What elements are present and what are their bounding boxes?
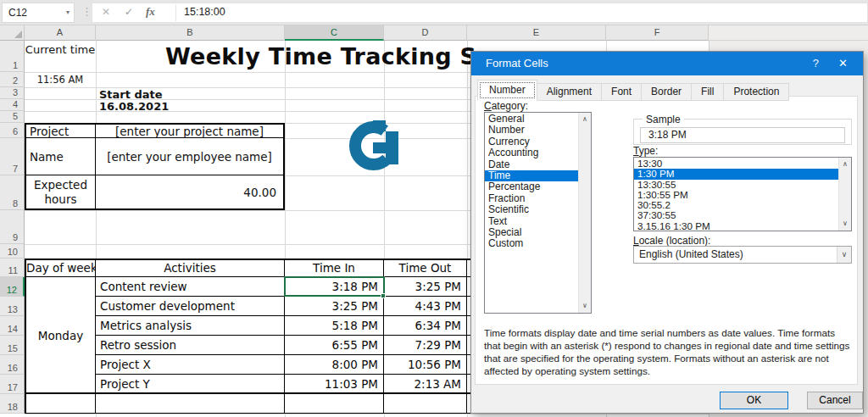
header-activities[interactable]: Activities [96, 260, 285, 277]
tab-border[interactable]: Border [641, 83, 692, 101]
tab-alignment[interactable]: Alignment [537, 83, 602, 101]
category-item-special[interactable]: Special [485, 227, 578, 238]
column-header-C[interactable]: C [285, 25, 384, 41]
combo-arrow-icon[interactable]: ∨ [837, 247, 851, 263]
scroll-up-icon[interactable]: ∧ [579, 114, 591, 125]
tab-fill[interactable]: Fill [691, 83, 724, 101]
row-header-2[interactable]: 2 [0, 72, 25, 87]
row-header-7[interactable]: 7 [0, 138, 25, 175]
scroll-up-icon[interactable]: ∧ [839, 158, 851, 170]
activity-cell[interactable]: Retro session [96, 336, 285, 355]
type-item[interactable]: 37:30:55 [634, 210, 838, 220]
info-label[interactable]: Expected hours [26, 175, 96, 208]
cell-current-time-value[interactable]: 11:56 AM [25, 74, 96, 86]
confirm-entry-icon[interactable]: ✓ [125, 6, 133, 18]
type-item[interactable]: 1:30 PM [634, 169, 838, 179]
formula-bar-value[interactable]: 15:18:00 [184, 6, 225, 18]
info-label[interactable]: Project [26, 125, 96, 137]
empty-row-cell[interactable] [285, 394, 384, 414]
row-header-17[interactable]: 17 [0, 375, 25, 394]
time-in-cell[interactable]: 8:00 PM [285, 355, 384, 375]
column-header-F[interactable]: F [606, 25, 709, 41]
tab-font[interactable]: Font [601, 83, 642, 101]
column-header-B[interactable]: B [96, 25, 285, 41]
activity-cell[interactable]: Customer development [96, 297, 285, 316]
scroll-down-icon[interactable]: ∨ [579, 300, 591, 312]
row-header-3[interactable]: 3 [0, 87, 25, 99]
category-item-accounting[interactable]: Accounting [485, 147, 578, 158]
time-out-cell[interactable]: 4:43 PM [384, 297, 467, 316]
select-all-button[interactable] [0, 25, 25, 40]
cancel-entry-icon[interactable]: ✕ [102, 6, 110, 18]
time-in-cell[interactable]: 11:03 PM [285, 375, 384, 394]
row-header-15[interactable]: 15 [0, 336, 25, 355]
scroll-down-icon[interactable]: ∨ [839, 218, 851, 230]
category-item-percentage[interactable]: Percentage [485, 181, 578, 192]
info-value[interactable]: 40.00 [96, 175, 283, 208]
row-header-13[interactable]: 13 [0, 297, 25, 316]
time-out-cell[interactable]: 2:13 AM [384, 375, 467, 394]
row-header-18[interactable]: 18 [0, 394, 25, 414]
help-icon[interactable]: ? [813, 52, 819, 75]
close-icon[interactable]: ✕ [838, 52, 848, 75]
column-header-A[interactable]: A [25, 25, 96, 41]
cell-start-date-value[interactable]: 16.08.2021 [99, 100, 169, 113]
column-header-D[interactable]: D [384, 25, 467, 41]
category-item-general[interactable]: General [485, 114, 578, 125]
category-scrollbar[interactable]: ∧ ∨ [578, 113, 591, 313]
activity-cell[interactable]: Content review [96, 277, 285, 297]
header-day-of-week[interactable]: Day of week [26, 260, 96, 277]
type-scrollbar[interactable]: ∧ ∨ [838, 158, 851, 231]
row-header-1[interactable]: 1 [0, 41, 25, 72]
category-item-number[interactable]: Number [485, 125, 578, 136]
info-label[interactable]: Name [26, 138, 96, 175]
category-item-custom[interactable]: Custom [485, 238, 578, 249]
activity-cell[interactable]: Metrics analysis [96, 316, 285, 336]
header-time-in[interactable]: Time In [285, 260, 384, 277]
time-in-cell[interactable]: 5:18 PM [285, 316, 384, 336]
row-header-6[interactable]: 6 [0, 123, 25, 138]
empty-row-cell[interactable] [96, 394, 285, 414]
cancel-button[interactable]: Cancel [807, 392, 863, 409]
time-out-cell[interactable]: 10:56 PM [384, 355, 467, 375]
cell-start-date-label[interactable]: Start date [99, 88, 163, 101]
empty-row-cell[interactable] [384, 394, 467, 414]
row-header-8[interactable]: 8 [0, 175, 25, 210]
column-header-E[interactable]: E [467, 25, 606, 41]
chevron-down-icon[interactable]: ▾ [66, 3, 70, 22]
category-item-scientific[interactable]: Scientific [485, 204, 578, 215]
row-header-4[interactable]: 4 [0, 99, 25, 111]
row-header-16[interactable]: 16 [0, 355, 25, 375]
locale-dropdown[interactable]: English (United States) ∨ [633, 246, 852, 264]
time-out-cell[interactable]: 3:25 PM [384, 277, 467, 297]
type-item[interactable]: 3.15.16 1:30 PM [634, 221, 838, 231]
type-listbox[interactable]: 13:301:30 PM13:30:551:30:55 PM30:55.237:… [633, 157, 852, 231]
row-header-10[interactable]: 10 [0, 244, 25, 259]
activity-cell[interactable]: Project X [96, 355, 285, 375]
category-item-fraction[interactable]: Fraction [485, 193, 578, 204]
tab-number[interactable]: Number [477, 80, 537, 101]
row-header-12[interactable]: 12 [0, 277, 25, 297]
time-out-cell[interactable]: 7:29 PM [384, 336, 467, 355]
activity-cell[interactable]: Project Y [96, 375, 285, 394]
time-in-cell[interactable]: 3:25 PM [285, 297, 384, 316]
info-value[interactable]: [enter your project name] [96, 125, 283, 137]
fill-handle[interactable] [381, 293, 386, 298]
category-item-currency[interactable]: Currency [485, 136, 578, 147]
cell-day-monday[interactable]: Monday [26, 277, 96, 394]
category-listbox[interactable]: GeneralNumberCurrencyAccountingDateTimeP… [484, 112, 592, 314]
time-out-cell[interactable]: 6:34 PM [384, 316, 467, 336]
category-item-time[interactable]: Time [485, 170, 578, 181]
sheet-title[interactable]: Weekly Time Tracking S [165, 43, 476, 70]
category-item-text[interactable]: Text [485, 216, 578, 227]
category-item-date[interactable]: Date [485, 159, 578, 170]
time-in-cell[interactable]: 6:55 PM [285, 336, 384, 355]
dialog-title[interactable]: Format Cells [471, 52, 863, 75]
insert-function-icon[interactable]: fx [146, 5, 155, 19]
empty-row-cell[interactable] [26, 394, 96, 414]
row-header-11[interactable]: 11 [0, 259, 25, 277]
row-header-14[interactable]: 14 [0, 316, 25, 336]
ok-button[interactable]: OK [720, 392, 788, 409]
tab-protection[interactable]: Protection [723, 83, 789, 101]
header-time-out[interactable]: Time Out [384, 260, 467, 277]
